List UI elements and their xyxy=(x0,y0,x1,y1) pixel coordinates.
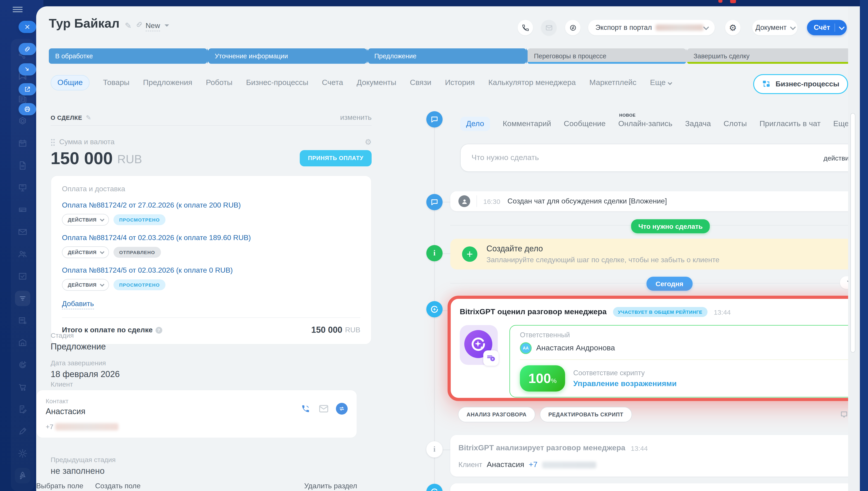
copy-link-button[interactable] xyxy=(19,43,36,55)
analyze-conversation-button[interactable]: АНАЛИЗ РАЗГОВОРА xyxy=(458,407,535,422)
tab-biznes-processy[interactable]: Бизнес-процессы xyxy=(246,78,308,87)
tab-roboty[interactable]: Роботы xyxy=(206,78,233,87)
invoice-split-button[interactable]: Счёт xyxy=(807,20,847,35)
tl-tab-soobshchenie[interactable]: Сообщение xyxy=(564,119,605,128)
tab-dokumenty[interactable]: Документы xyxy=(357,78,396,87)
scrollbar-thumb[interactable] xyxy=(850,113,855,353)
stage-field-value[interactable]: Предложение xyxy=(51,342,371,352)
payment-actions-dropdown[interactable]: ДЕЙСТВИЯ xyxy=(62,247,109,258)
edit-title-icon[interactable]: ✎ xyxy=(125,21,131,31)
tl-tab-priglasit[interactable]: Пригласить в чат xyxy=(759,119,820,128)
tab-scheta[interactable]: Счета xyxy=(322,78,343,87)
todo-composer[interactable]: Что нужно сделать действия xyxy=(460,144,868,172)
edit-script-button[interactable]: РЕДАКТИРОВАТЬ СКРИПТ xyxy=(540,407,632,422)
copy-title-link-icon[interactable] xyxy=(136,21,143,30)
tab-tovary[interactable]: Товары xyxy=(103,78,129,87)
create-activity-hint-card[interactable]: + Создайте дело Запланируйте следующий ш… xyxy=(450,239,868,269)
open-in-new-window-button[interactable] xyxy=(19,83,36,95)
print-button[interactable] xyxy=(19,103,36,115)
doc-edit-icon[interactable] xyxy=(18,404,28,414)
pipeline-stage-2[interactable]: Уточнение информации xyxy=(208,48,367,64)
call-button[interactable] xyxy=(518,20,533,35)
payment-actions-dropdown[interactable]: ДЕЙСТВИЯ xyxy=(62,214,109,226)
rocket-icon[interactable] xyxy=(15,468,30,483)
contact-mail-button[interactable] xyxy=(318,403,330,414)
portal-name-redacted xyxy=(656,24,704,31)
contact-call-button[interactable] xyxy=(300,403,311,414)
payment-link[interactable]: Оплата №881724/2 от 27.02.2026 (к оплате… xyxy=(62,201,360,209)
settings-button[interactable]: ⚙ xyxy=(725,20,741,35)
edit-section-icon[interactable]: ✎ xyxy=(86,114,91,121)
gear-icon[interactable] xyxy=(18,448,28,458)
tl-tab-delo[interactable]: Дело xyxy=(460,117,490,131)
close-button[interactable] xyxy=(19,21,36,33)
people-icon[interactable] xyxy=(18,249,28,259)
tab-kalkulyator[interactable]: Калькулятор менеджера xyxy=(488,78,576,87)
client-phone-link[interactable]: +7 xyxy=(529,460,538,469)
edit-deal-link[interactable]: изменить xyxy=(340,114,371,122)
responsible-avatar[interactable]: АА xyxy=(520,342,532,354)
gpt-rated-card: BitrixGPT оценил разговор менеджера УЧАС… xyxy=(448,296,868,401)
calendar-icon[interactable] xyxy=(18,138,28,148)
pipeline-stage-1[interactable]: В обработке xyxy=(49,48,207,64)
recording-indicator xyxy=(730,0,736,3)
menu-hamburger-icon[interactable] xyxy=(13,5,23,13)
deal-type-badge[interactable]: New xyxy=(146,22,160,31)
check-icon[interactable] xyxy=(18,271,28,281)
funnel-icon[interactable] xyxy=(15,290,30,306)
pen-icon[interactable] xyxy=(18,426,28,436)
minimize-button[interactable] xyxy=(19,63,36,76)
create-field-link[interactable]: Создать поле xyxy=(95,482,141,491)
presentation-icon[interactable] xyxy=(18,182,28,192)
timeline-stub xyxy=(443,202,450,203)
note-icon[interactable] xyxy=(840,410,848,418)
document-dropdown[interactable]: Документ xyxy=(752,20,798,35)
payment-link[interactable]: Оплата №881724/4 от 02.03.2026 (к оплате… xyxy=(62,234,360,242)
responsible-name[interactable]: Анастасия Андронова xyxy=(536,344,615,353)
tab-eshche[interactable]: Еще xyxy=(650,78,671,87)
mail-icon[interactable] xyxy=(18,227,28,237)
copilot-icon xyxy=(430,487,439,491)
tasks-icon[interactable] xyxy=(18,315,28,325)
export-chat-button[interactable] xyxy=(565,20,580,35)
tab-obshchie[interactable]: Общие xyxy=(51,75,90,90)
tab-istoriya[interactable]: История xyxy=(445,78,475,87)
payment-link[interactable]: Оплата №881724/5 от 02.03.2026 (к оплате… xyxy=(62,266,360,275)
cart-icon[interactable] xyxy=(18,382,28,392)
tab-marketplejs[interactable]: Маркетплейс xyxy=(589,78,636,87)
script-link[interactable]: Управление возражениями xyxy=(573,379,677,388)
contact-chat-button[interactable] xyxy=(336,403,348,414)
payment-actions-dropdown[interactable]: ДЕЙСТВИЯ xyxy=(62,279,109,291)
close-date-value[interactable]: 18 февраля 2026 xyxy=(51,369,371,379)
pipeline-stage-5[interactable]: Завершить сделку xyxy=(687,48,850,64)
export-portal-select[interactable]: Экспорт в портал xyxy=(588,20,715,35)
field-gear-icon[interactable]: ⚙ xyxy=(365,138,372,146)
tl-tab-zadacha[interactable]: Задача xyxy=(685,119,711,128)
drag-handle[interactable] xyxy=(51,138,55,146)
tl-tab-kommentarij[interactable]: Комментарий xyxy=(503,119,551,128)
chat-entry-card[interactable]: 16:30 Создан чат для обсуждения сделки [… xyxy=(450,191,868,211)
hexagon-icon[interactable] xyxy=(18,116,28,126)
drive-icon[interactable] xyxy=(18,205,28,214)
select-field-link[interactable]: Выбрать поле xyxy=(36,482,83,491)
tab-svyazi[interactable]: Связи xyxy=(410,78,431,87)
accept-payment-button[interactable]: ПРИНЯТЬ ОПЛАТУ xyxy=(300,150,371,166)
pipeline-stage-4[interactable]: Переговоры в процессе xyxy=(528,48,686,64)
pipeline-stage-3[interactable]: Предложение xyxy=(368,48,526,64)
add-payment-link[interactable]: Добавить xyxy=(62,300,94,309)
archive-icon[interactable] xyxy=(18,338,28,347)
gpt-analyzing-card[interactable]: BitrixGPT анализирует разговор менеджера… xyxy=(450,435,868,476)
document-icon[interactable] xyxy=(18,160,28,170)
plus-icon[interactable]: + xyxy=(462,247,477,262)
contact-phone-row[interactable]: +7 xyxy=(46,423,348,430)
target-icon[interactable] xyxy=(18,360,28,370)
business-processes-button[interactable]: Бизнес-процессы xyxy=(753,74,848,94)
gpt-rated-card-2[interactable]: BitrixGPT оценил разговор менеджера 13:3… xyxy=(450,483,868,491)
delete-section-link[interactable]: Удалить раздел xyxy=(304,482,357,491)
tab-predlozheniya[interactable]: Предложения xyxy=(143,78,192,87)
email-button[interactable] xyxy=(541,20,557,35)
tl-tab-sloty[interactable]: Слоты xyxy=(724,119,747,128)
contact-name[interactable]: Анастасия xyxy=(46,407,85,416)
tl-tab-onlajn-zapis[interactable]: НОВОЕ Онлайн-запись xyxy=(618,119,672,128)
entry-time: 13:44 xyxy=(714,308,731,316)
